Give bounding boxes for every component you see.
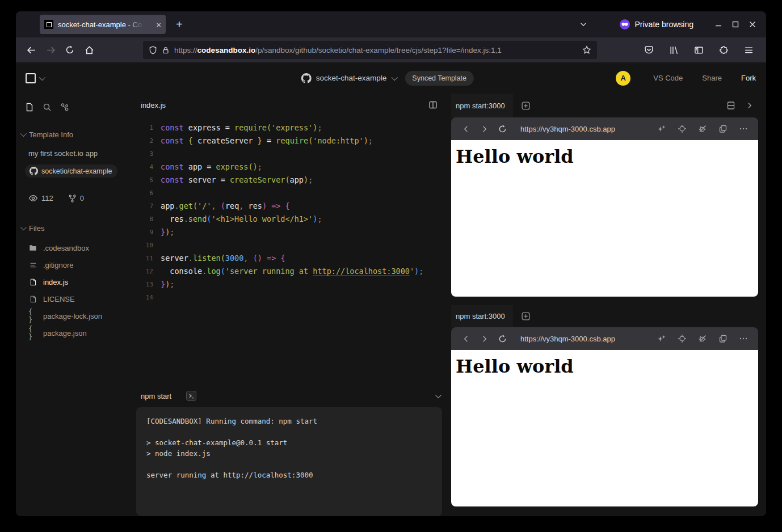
- maximize-button[interactable]: [731, 20, 740, 29]
- share-button[interactable]: Share: [702, 74, 722, 82]
- terminal-output[interactable]: [CODESANDBOX] Running command: npm start…: [136, 407, 442, 516]
- code-line-6[interactable]: 6: [136, 187, 451, 200]
- file-item-.gitignore[interactable]: .gitignore: [16, 256, 136, 273]
- avatar[interactable]: A: [616, 71, 630, 86]
- code-line-5[interactable]: 5const server = createServer(app);: [136, 174, 451, 187]
- sidebar-toggle-icon[interactable]: [690, 41, 707, 58]
- forward-button[interactable]: [42, 41, 59, 58]
- file-item-package-lock.json[interactable]: { }package-lock.json: [16, 307, 136, 324]
- code-line-14[interactable]: 14: [136, 291, 451, 304]
- views-count: 112: [41, 194, 53, 202]
- code-line-13[interactable]: 13});: [136, 278, 451, 291]
- url-domain: codesandbox.io: [197, 46, 256, 54]
- folder-icon: [28, 244, 37, 252]
- preview-forward-icon[interactable]: [477, 125, 491, 133]
- code-line-7[interactable]: 7app.get('/', (req, res) => {: [136, 200, 451, 213]
- collapse-terminal-chevron-icon[interactable]: [435, 394, 440, 398]
- list-tabs-chevron-icon[interactable]: [579, 20, 587, 28]
- preview-url-1[interactable]: https://vy3hqm-3000.csb.app: [520, 125, 615, 133]
- files-section-header[interactable]: Files: [16, 222, 136, 234]
- preview-forward-icon[interactable]: [477, 335, 491, 343]
- file-item-index.js[interactable]: index.js: [16, 273, 136, 290]
- minimize-button[interactable]: [714, 20, 723, 29]
- split-editor-icon[interactable]: [428, 100, 438, 109]
- preview-reload-icon[interactable]: [495, 335, 509, 343]
- preview-content-1[interactable]: Hello world: [451, 140, 758, 297]
- target-icon[interactable]: [675, 334, 689, 343]
- project-name[interactable]: socket-chat-example: [316, 74, 387, 82]
- tab-close-icon[interactable]: ×: [156, 20, 161, 29]
- code-line-9[interactable]: 9});: [136, 226, 451, 239]
- forks-icon: [68, 194, 77, 203]
- pocket-icon[interactable]: [640, 41, 657, 58]
- back-button[interactable]: [23, 41, 40, 58]
- file-item-package.json[interactable]: { }package.json: [16, 324, 136, 341]
- file-item-.codesandbox[interactable]: .codesandbox: [16, 239, 136, 256]
- code-line-12[interactable]: 12 console.log('server running at http:/…: [136, 265, 451, 278]
- forks-count: 0: [80, 194, 84, 202]
- repo-link[interactable]: socketio/chat-example: [25, 164, 117, 178]
- fork-button[interactable]: Fork: [741, 74, 756, 82]
- code-line-10[interactable]: 10: [136, 239, 451, 252]
- lock-icon[interactable]: [162, 46, 170, 54]
- code-line-8[interactable]: 8 res.send('<h1>Hello world</h1>');: [136, 213, 451, 226]
- file-icon: [28, 278, 37, 286]
- add-preview-icon[interactable]: [521, 311, 531, 321]
- preview-tab-1[interactable]: npm start:3000: [451, 94, 513, 117]
- more-options-icon[interactable]: [737, 334, 750, 343]
- template-info-section-header[interactable]: Template Info: [16, 129, 136, 140]
- sparkles-icon[interactable]: [655, 334, 669, 343]
- browser-tab[interactable]: socket-chat-example - Co ×: [40, 15, 166, 34]
- code-line-11[interactable]: 11server.listen(3000, () => {: [136, 252, 451, 265]
- debug-icon[interactable]: [696, 334, 709, 343]
- duplicate-icon[interactable]: [716, 334, 730, 343]
- reload-button[interactable]: [61, 41, 78, 58]
- devtools-icon[interactable]: [60, 103, 69, 112]
- codesandbox-menu[interactable]: [26, 73, 44, 83]
- home-button[interactable]: [81, 41, 98, 58]
- split-panel-icon[interactable]: [726, 101, 735, 110]
- preview-content-2[interactable]: Hello world: [451, 350, 758, 506]
- bookmark-star-icon[interactable]: [582, 45, 591, 54]
- vscode-button[interactable]: VS Code: [653, 74, 683, 82]
- shield-icon[interactable]: [149, 46, 157, 54]
- code-line-2[interactable]: 2const { createServer } = require('node:…: [136, 134, 451, 147]
- line-number: 14: [136, 291, 153, 304]
- url-text: https://codesandbox.io/p/sandbox/github/…: [174, 46, 578, 54]
- close-window-button[interactable]: [748, 20, 757, 29]
- line-number: 8: [136, 213, 153, 226]
- more-options-icon[interactable]: [737, 124, 750, 133]
- project-chevron-icon[interactable]: [391, 76, 396, 81]
- preview-back-icon[interactable]: [459, 125, 473, 133]
- preview-reload-icon[interactable]: [495, 125, 509, 133]
- library-icon[interactable]: [665, 41, 682, 58]
- terminal-tab-npm-start[interactable]: npm start: [141, 392, 171, 400]
- code-editor[interactable]: 1const express = require('express');2con…: [136, 116, 451, 385]
- sparkles-icon[interactable]: [655, 124, 669, 133]
- url-path: /p/sandbox/github/socketio/chat-example/…: [255, 46, 501, 54]
- file-name: package-lock.json: [43, 312, 102, 320]
- file-item-LICENSE[interactable]: LICENSE: [16, 290, 136, 307]
- preview-back-icon[interactable]: [459, 335, 473, 343]
- preview-tab-2[interactable]: npm start:3000: [451, 305, 513, 327]
- preview-url-2[interactable]: https://vy3hqm-3000.csb.app: [520, 335, 615, 343]
- search-icon[interactable]: [43, 103, 52, 112]
- new-tab-button[interactable]: +: [176, 18, 183, 31]
- code-line-1[interactable]: 1const express = require('express');: [136, 121, 451, 134]
- target-icon[interactable]: [675, 124, 689, 133]
- duplicate-icon[interactable]: [716, 124, 730, 133]
- code-line-3[interactable]: 3: [136, 147, 451, 161]
- debug-icon[interactable]: [696, 124, 709, 133]
- explorer-tab-icon[interactable]: [25, 102, 34, 112]
- extensions-icon[interactable]: [715, 41, 732, 58]
- add-preview-icon[interactable]: [521, 101, 531, 111]
- chevron-right-icon[interactable]: [746, 102, 754, 109]
- code-line-4[interactable]: 4const app = express();: [136, 161, 451, 174]
- terminal-icon[interactable]: [186, 391, 196, 401]
- editor-tab-index-js[interactable]: index.js: [141, 101, 166, 109]
- code-text: });: [153, 226, 174, 239]
- code-text: [153, 291, 161, 304]
- url-bar[interactable]: https://codesandbox.io/p/sandbox/github/…: [143, 41, 597, 59]
- line-number: 11: [136, 252, 153, 265]
- menu-icon[interactable]: [740, 41, 757, 58]
